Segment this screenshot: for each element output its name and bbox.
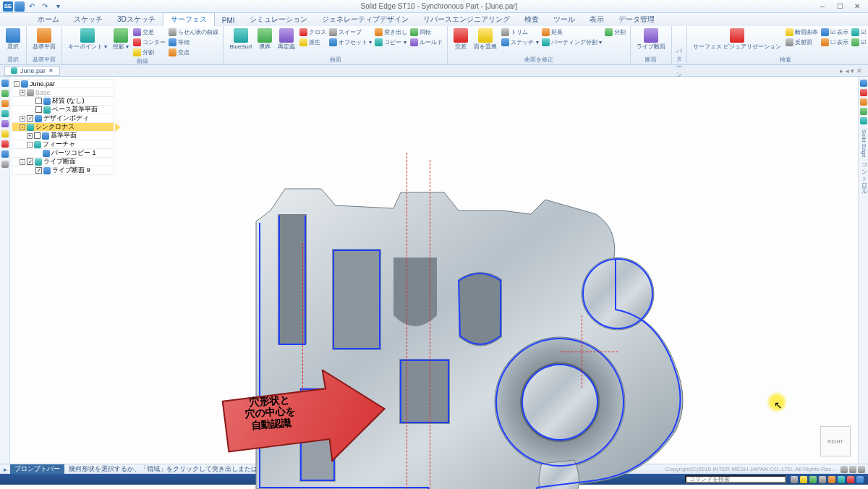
lt-btn-5[interactable] <box>1 120 9 127</box>
ribbon-sm-7-2-0[interactable]: ☑ 設定 <box>851 27 868 37</box>
rs-btn-5[interactable] <box>860 117 867 124</box>
ribbon-btn-select[interactable]: 選択 <box>4 27 22 51</box>
status-icon-7[interactable] <box>847 476 854 483</box>
view-cube[interactable]: RIGHT <box>820 426 851 456</box>
tree-checkbox[interactable]: ✓ <box>35 167 42 174</box>
ribbon-sm-2-0-2[interactable]: 分割 <box>133 48 166 57</box>
tree-checkbox[interactable] <box>35 98 42 104</box>
lt-btn-1[interactable] <box>1 80 9 87</box>
rs-btn-3[interactable] <box>860 98 867 106</box>
tree-expander[interactable]: - <box>20 159 25 165</box>
status-icon-2[interactable] <box>800 476 807 483</box>
ribbon-sm-3-2-1[interactable]: コピー ▾ <box>375 38 407 47</box>
lt-btn-3[interactable] <box>1 100 9 107</box>
ribbon-tab-5[interactable]: シミュレーション <box>242 13 315 26</box>
status-icon-8[interactable] <box>856 476 864 483</box>
ribbon-btn-faceop[interactable]: 面を置換 <box>472 27 498 51</box>
rs-btn-1[interactable] <box>860 80 867 87</box>
ribbon-sm-4-1-1[interactable]: パーティング分割 ▾ <box>542 38 602 47</box>
command-search-input[interactable] <box>685 475 786 483</box>
rs-btn-4[interactable] <box>860 108 867 115</box>
qat-dropdown[interactable]: ▾ <box>52 1 64 12</box>
ribbon-tab-11[interactable]: データ管理 <box>611 13 662 26</box>
ribbon-btn-project[interactable]: 投影 ▾ <box>111 27 130 57</box>
ribbon-tab-9[interactable]: ツール <box>546 13 582 26</box>
status-icon-6[interactable] <box>838 476 845 483</box>
ribbon-btn-replace[interactable]: 交差 <box>452 27 469 51</box>
ribbon-sm-3-0-0[interactable]: クロス <box>299 27 326 37</box>
tree-checkbox[interactable] <box>35 106 42 113</box>
tree-expander[interactable]: + <box>27 133 33 139</box>
ribbon-tab-6[interactable]: ジェネレーティブデザイン <box>315 13 416 26</box>
tree-row-10[interactable]: ✓ライブ断面 9 <box>12 166 114 175</box>
ribbon-sm-7-0-0[interactable]: 断面曲率 <box>786 27 818 37</box>
doctab-controls[interactable]: ▸ ◂ ▾ ✕ <box>840 67 868 75</box>
ribbon-sm-3-0-1[interactable]: 派生 <box>299 38 326 47</box>
tree-expander[interactable]: + <box>20 116 25 122</box>
ribbon-btn-surfvis[interactable]: サーフェス ビジュアリゼーション <box>692 27 783 51</box>
lt-btn-8[interactable] <box>1 150 9 158</box>
lt-btn-2[interactable] <box>1 90 9 97</box>
ribbon-sm-7-0-1[interactable]: 反射面 <box>786 38 818 47</box>
ribbon-tab-10[interactable]: 表示 <box>582 13 611 26</box>
lt-btn-7[interactable] <box>1 140 9 148</box>
ribbon-tab-4[interactable]: PMI <box>215 15 242 26</box>
ribbon-sm-4-1-0[interactable]: 延長 <box>542 27 602 37</box>
undo-button[interactable]: ↶ <box>26 1 38 12</box>
ribbon-tab-2[interactable]: 3Dスケッチ <box>110 13 163 26</box>
ribbon-btn-boundary[interactable]: 境界 <box>256 27 273 51</box>
document-tab-close[interactable]: ✕ <box>48 67 54 74</box>
ribbon-sm-4-0-1[interactable]: ステッチ ▾ <box>501 38 538 47</box>
ribbon-btn-refplane[interactable]: 基準平面 <box>31 27 57 51</box>
tree-checkbox[interactable]: ✓ <box>27 115 33 122</box>
redo-button[interactable]: ↷ <box>39 1 51 12</box>
lt-btn-9[interactable] <box>1 161 9 168</box>
minimize-button[interactable]: – <box>814 1 830 12</box>
status-icon-3[interactable] <box>809 476 817 483</box>
status-icon-4[interactable] <box>819 476 826 483</box>
document-tab[interactable]: June.par ✕ <box>4 66 60 76</box>
ribbon-tab-0[interactable]: ホーム <box>30 13 67 26</box>
ribbon-sm-4-2-0[interactable]: 分割 <box>605 27 626 37</box>
ribbon-sm-2-1-2[interactable]: 交点 <box>169 48 218 57</box>
lt-btn-4[interactable] <box>1 110 9 117</box>
tree-expander[interactable]: + <box>20 90 25 95</box>
save-button[interactable] <box>14 1 25 12</box>
ribbon-sm-2-1-1[interactable]: 等傾 <box>169 38 218 47</box>
ribbon-btn-redef[interactable]: 再定義 <box>276 27 297 51</box>
ribbon-sm-7-1-0[interactable]: ☑ 表示 <box>821 27 848 37</box>
ribbon-tab-7[interactable]: リバースエンジニアリング <box>416 13 517 26</box>
viewport[interactable]: 穴形状と 穴の中心を 自動認識 ↖ RIGHT <box>10 77 858 464</box>
prompt-icon-3[interactable] <box>858 466 865 473</box>
ribbon-tab-8[interactable]: 検査 <box>517 13 546 26</box>
ribbon-btn-keypoint[interactable]: キーポイント ▾ <box>67 27 109 57</box>
ribbon-btn-bluesurf[interactable]: BlueSurf <box>228 27 253 51</box>
lt-btn-6[interactable] <box>1 130 9 137</box>
ribbon-sm-7-1-1[interactable]: ☐ 表示 <box>821 38 848 47</box>
ribbon-sm-7-2-1[interactable]: ☑ 設定 <box>851 38 868 47</box>
maximize-button[interactable]: ☐ <box>832 1 848 12</box>
ribbon-tab-1[interactable]: スケッチ <box>67 13 110 26</box>
tree-expander[interactable]: - <box>14 81 20 87</box>
ribbon-sm-3-2-0[interactable]: 突き出し <box>375 27 407 37</box>
ribbon-btn-livesect[interactable]: ライブ断面 <box>635 27 667 51</box>
ribbon-sm-2-1-0[interactable]: らせん状の曲線 <box>169 27 218 37</box>
tree-checkbox[interactable] <box>34 132 41 139</box>
ribbon-sm-4-0-0[interactable]: トリム <box>501 27 538 37</box>
tree-checkbox[interactable]: ✓ <box>27 158 33 165</box>
ribbon-sm-3-1-0[interactable]: スイープ <box>329 27 372 37</box>
prompt-toggle[interactable]: ▸ <box>0 466 10 473</box>
prompt-icon-1[interactable] <box>841 466 848 473</box>
ribbon-sm-3-3-1[interactable]: ルールド <box>410 38 443 47</box>
prompt-icon-2[interactable] <box>849 466 856 473</box>
rs-btn-2[interactable] <box>860 89 867 96</box>
close-button[interactable]: ✕ <box>849 1 865 12</box>
ribbon-sm-2-0-0[interactable]: 交差 <box>133 27 166 37</box>
tree-expander[interactable]: - <box>27 142 33 148</box>
status-icon-5[interactable] <box>828 476 835 483</box>
ribbon-tab-3[interactable]: サーフェス <box>163 12 215 26</box>
status-icon-1[interactable] <box>791 476 798 483</box>
ribbon-sm-2-0-1[interactable]: コンター <box>133 38 166 47</box>
ribbon-sm-3-3-0[interactable]: 回転 <box>410 27 443 37</box>
ribbon-sm-3-1-1[interactable]: オフセット ▾ <box>329 38 372 47</box>
